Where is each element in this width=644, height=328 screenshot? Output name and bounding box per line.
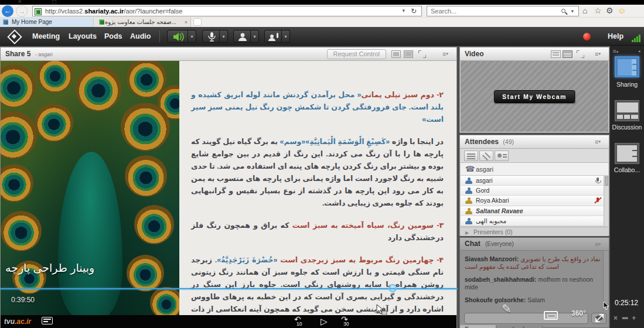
start-webcam-button[interactable]: Start My Webcam xyxy=(494,90,575,103)
peacock-body xyxy=(58,152,122,315)
speaker-dropdown-icon[interactable]: ▾ xyxy=(188,30,196,43)
subtitles-icon[interactable] xyxy=(42,317,53,324)
share-view-selected-icon[interactable] xyxy=(404,50,413,58)
video-progress-handle[interactable] xyxy=(389,284,397,292)
window-app-icon: ▢ xyxy=(52,0,57,5)
back-button[interactable]: ← xyxy=(2,5,13,17)
attendee-row[interactable]: asgari xyxy=(461,176,604,186)
raise-hand-icon xyxy=(265,30,282,43)
raise-hand-dropdown-icon[interactable]: ▾ xyxy=(282,30,290,43)
menu-layouts[interactable]: Layouts xyxy=(69,27,97,46)
tab-meeting-page[interactable]: ...صفحه جلسات معاونت پژوه × xyxy=(94,18,191,27)
favorites-star-icon[interactable]: ☆ xyxy=(594,6,602,15)
layout-discussion-label[interactable]: Discussion xyxy=(610,124,644,131)
attendees-pod-menu-icon[interactable]: ≡▾ xyxy=(595,138,605,146)
presenters-section[interactable]: ▶ Presenters (0) xyxy=(461,227,608,236)
settings-gear-icon[interactable]: ⚙ xyxy=(606,6,614,15)
browser-tabbar: My Home Page ...صفحه جلسات معاونت پژوه × xyxy=(0,18,644,27)
attendee-row[interactable]: Gord xyxy=(461,186,604,196)
connection-signal-icon[interactable] xyxy=(632,34,642,42)
feedback-smiley-icon[interactable]: ☺ xyxy=(618,6,626,15)
chat-title: Chat xyxy=(465,240,481,248)
menu-audio[interactable]: Audio xyxy=(130,27,151,46)
overlay-close-icon[interactable]: × xyxy=(614,314,618,322)
address-dropdown-icon[interactable]: ▾ xyxy=(402,8,405,13)
overlay-360-icon[interactable]: 360° xyxy=(571,309,586,317)
video-grid-view-icon[interactable] xyxy=(551,50,561,58)
rewind-10-button[interactable]: ↶ 10 xyxy=(292,316,308,328)
screen: ✕ ▢ ← → http://vclass2.shariaty.ac.ir/ao… xyxy=(0,0,644,328)
address-bar[interactable]: http://vclass2.shariaty.ac.ir/aor/?launc… xyxy=(32,6,422,16)
recording-indicator-icon xyxy=(583,33,591,40)
layout-sharing-thumbnail[interactable] xyxy=(615,56,639,77)
search-input[interactable] xyxy=(431,7,542,15)
overlay-add-icon[interactable]: + xyxy=(632,314,636,322)
overlay-pencil-icon[interactable]: ✎ xyxy=(502,302,512,316)
play-button[interactable]: ▷ xyxy=(321,316,328,327)
layout-collaboration-label[interactable]: Collabo... xyxy=(610,166,644,173)
adobe-connect-logo-icon[interactable] xyxy=(7,29,21,43)
attendee-avatar xyxy=(465,197,472,204)
menu-pods[interactable]: Pods xyxy=(104,27,122,46)
browser-action-icons: ⌂ ☆ ⚙ ☺ xyxy=(582,6,641,16)
attendee-row[interactable]: محبوبه الهی xyxy=(461,216,604,226)
new-tab-button[interactable] xyxy=(193,18,202,26)
microphone-button[interactable] xyxy=(202,30,220,43)
forward-button[interactable]: → xyxy=(16,5,28,17)
overlay-screen-icon[interactable] xyxy=(544,311,558,320)
layout-collaboration-thumbnail[interactable] xyxy=(615,143,639,164)
attendees-scrollbar[interactable] xyxy=(604,176,608,226)
rail-menu-icon[interactable]: ≡▾ xyxy=(613,48,618,54)
microphone-icon xyxy=(203,30,220,43)
breakout-view-icon[interactable] xyxy=(479,151,493,161)
overlay-expand-icon[interactable] xyxy=(593,312,606,327)
overlay-more-icon[interactable]: ••• xyxy=(622,314,628,322)
chat-input[interactable] xyxy=(464,313,588,324)
search-box[interactable]: ▾ xyxy=(427,6,579,16)
window-close-icon[interactable]: ✕ xyxy=(18,0,22,5)
microphone-dropdown-icon[interactable]: ▾ xyxy=(220,30,228,43)
menu-meeting[interactable]: Meeting xyxy=(32,27,60,46)
menu-help[interactable]: Help xyxy=(608,27,623,46)
layout-discussion-thumbnail[interactable] xyxy=(615,100,639,121)
phone-attendee-row[interactable]: ☎ asgari xyxy=(461,163,608,176)
share-fullscreen-icon[interactable] xyxy=(418,50,426,58)
video-elapsed-time: 0:39:50 xyxy=(11,296,35,304)
tab-my-home-page[interactable]: My Home Page xyxy=(0,18,94,27)
request-control-button[interactable]: Request Control xyxy=(327,49,387,59)
speaker-button[interactable] xyxy=(167,30,188,43)
attendee-avatar xyxy=(465,218,472,224)
attendee-row[interactable]: Saltanat Ravaee xyxy=(461,206,604,216)
attendee-status-view-icon[interactable] xyxy=(495,151,509,161)
rail-pin-icon[interactable]: ▪ xyxy=(638,48,640,54)
search-dropdown-icon[interactable]: ▾ xyxy=(571,8,574,14)
share-pod-menu-icon[interactable]: ≡▾ xyxy=(442,50,453,58)
peacock-video-frame: وبینار طراحی پارچه xyxy=(1,61,179,315)
chat-scope: (Everyone) xyxy=(485,241,514,247)
chat-tab-everyone[interactable]: Everyone xyxy=(460,325,496,328)
share-view-icon[interactable] xyxy=(391,50,401,58)
raise-hand-button[interactable] xyxy=(264,30,282,43)
chat-tab-private[interactable]: s. choubsaz xyxy=(497,325,543,328)
attendees-list: asgari Gord Roya Akbari Saltanat Ravaee … xyxy=(461,176,604,226)
site-favicon xyxy=(35,8,42,15)
layout-sharing-label[interactable]: Sharing xyxy=(610,81,644,88)
forward-30-button[interactable]: ↷ 30 xyxy=(339,316,355,328)
search-icon[interactable] xyxy=(561,9,565,13)
share-pod-header: Share 5 - asgari Request Control ≡▾ xyxy=(1,47,456,61)
attendee-list-view-icon[interactable] xyxy=(464,151,478,161)
video-pod-body: Start My Webcam xyxy=(461,61,608,132)
chat-pod-menu-icon[interactable]: ≡▾ xyxy=(595,240,605,248)
attendee-row[interactable]: Roya Akbari xyxy=(461,196,604,206)
webcam-dropdown-icon[interactable]: ▾ xyxy=(251,30,259,43)
video-pod-title: Video xyxy=(465,50,483,58)
shared-video-content[interactable]: وبینار طراحی پارچه ۲- دوم سبز نیلی یمانی… xyxy=(1,61,456,315)
tab1-label: My Home Page xyxy=(12,19,52,25)
webcam-button[interactable] xyxy=(233,30,251,43)
video-fullscreen-icon[interactable] xyxy=(577,50,584,58)
video-pod-menu-icon[interactable]: ≡▾ xyxy=(595,50,605,58)
tab2-close-icon[interactable]: × xyxy=(185,18,188,27)
video-filmstrip-view-icon[interactable] xyxy=(563,50,573,58)
home-icon[interactable]: ⌂ xyxy=(582,6,587,15)
refresh-icon[interactable]: ↻ xyxy=(411,7,417,15)
